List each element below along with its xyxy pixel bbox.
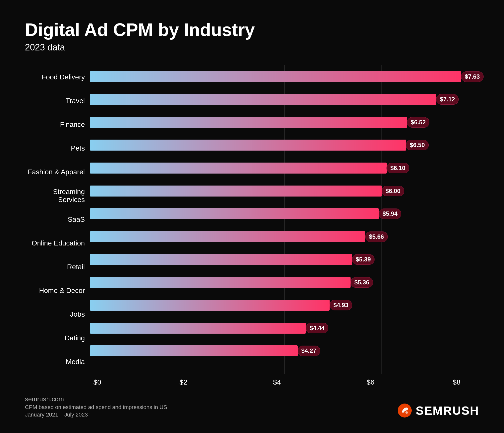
bar-wrapper: $5.66 (90, 231, 365, 242)
bar-wrapper: $7.12 (90, 94, 436, 105)
bar (90, 231, 365, 242)
y-label: Travel (25, 93, 85, 108)
bar (90, 163, 387, 174)
bar-value-label: $5.66 (365, 231, 388, 242)
bar-wrapper: $7.63 (90, 71, 461, 82)
bar-row: $6.10 (90, 161, 479, 175)
bar-value-label: $7.12 (436, 94, 459, 105)
bar (90, 140, 406, 151)
y-label: Dating (25, 331, 85, 346)
bars-section: Food DeliveryTravelFinancePetsFashion & … (25, 65, 479, 386)
bar-row: $7.12 (90, 92, 479, 107)
bar-row: $6.50 (90, 138, 479, 152)
bar-wrapper: $6.50 (90, 140, 406, 151)
bar-row: $5.36 (90, 275, 479, 290)
y-label: SaaS (25, 212, 85, 227)
bar-row: $5.94 (90, 207, 479, 221)
semrush-icon (397, 403, 412, 418)
bar-row: $4.44 (90, 321, 479, 335)
bar-value-label: $6.00 (382, 186, 404, 196)
semrush-logo: SEMRUSH (397, 403, 479, 418)
bar-wrapper: $4.93 (90, 300, 330, 311)
y-label: Online Education (25, 236, 85, 251)
footer-note2: January 2021 – July 2023 (25, 412, 167, 418)
y-label: Food Delivery (25, 70, 85, 85)
bar-value-label: $5.94 (379, 209, 401, 219)
bar-wrapper: $5.39 (90, 254, 352, 265)
bar-value-label: $4.27 (298, 346, 320, 356)
footer: semrush.com CPM based on estimated ad sp… (25, 391, 479, 418)
bar-value-label: $4.44 (306, 323, 328, 333)
y-label: Jobs (25, 307, 85, 322)
bar (90, 277, 351, 288)
footer-left: semrush.com CPM based on estimated ad sp… (25, 391, 167, 418)
bar-wrapper: $5.36 (90, 277, 351, 288)
bar-row: $5.39 (90, 252, 479, 267)
bar-row: $5.66 (90, 229, 479, 244)
footer-website: semrush.com (25, 395, 167, 403)
bar-value-label: $6.52 (407, 117, 429, 128)
y-label: Home & Decor (25, 283, 85, 298)
bar-value-label: $4.93 (330, 300, 352, 310)
x-tick: $6 (363, 378, 378, 386)
bar-row: $4.27 (90, 344, 479, 358)
y-label: Retail (25, 259, 85, 274)
y-label: Media (25, 354, 85, 369)
y-label: Fashion & Apparel (25, 165, 85, 180)
bars-list: $7.63$7.12$6.52$6.50$6.10$6.00$5.94$5.66… (90, 65, 479, 375)
semrush-text: SEMRUSH (416, 404, 479, 418)
x-tick: $0 (90, 378, 105, 386)
bar (90, 94, 436, 105)
x-tick: $4 (269, 378, 284, 386)
bar (90, 208, 379, 219)
bar-wrapper: $4.44 (90, 323, 306, 334)
bar-wrapper: $6.52 (90, 117, 407, 128)
chart-area: Food DeliveryTravelFinancePetsFashion & … (25, 65, 479, 386)
bar-wrapper: $5.94 (90, 208, 379, 219)
bars-container: $7.63$7.12$6.52$6.50$6.10$6.00$5.94$5.66… (90, 65, 479, 386)
y-labels: Food DeliveryTravelFinancePetsFashion & … (25, 65, 90, 386)
x-tick: $8 (449, 378, 464, 386)
svg-point-1 (405, 411, 408, 414)
y-label: Streaming Services (25, 188, 85, 203)
footer-note1: CPM based on estimated ad spend and impr… (25, 404, 167, 411)
bar-value-label: $5.36 (351, 277, 373, 288)
bar-wrapper: $4.27 (90, 345, 298, 356)
bar-row: $6.52 (90, 115, 479, 130)
bar (90, 117, 407, 128)
bar (90, 186, 382, 197)
bar-row: $4.93 (90, 298, 479, 312)
bar-row: $6.00 (90, 184, 479, 198)
bar (90, 254, 352, 265)
y-label: Pets (25, 141, 85, 156)
x-tick: $2 (176, 378, 191, 386)
bar-wrapper: $6.00 (90, 186, 382, 197)
bar-row: $7.63 (90, 69, 479, 84)
bar (90, 71, 461, 82)
bar (90, 300, 330, 311)
page-subtitle: 2023 data (25, 42, 479, 53)
bar-value-label: $6.50 (406, 140, 428, 150)
x-axis: $0$2$4$6$8 (90, 375, 479, 386)
bar-value-label: $7.63 (461, 71, 484, 82)
bar-wrapper: $6.10 (90, 163, 387, 174)
y-label: Finance (25, 117, 85, 132)
page-container: Digital Ad CPM by Industry 2023 data Foo… (0, 0, 504, 433)
bar (90, 345, 298, 356)
bar-value-label: $5.39 (352, 254, 375, 265)
bar (90, 323, 306, 334)
page-title: Digital Ad CPM by Industry (25, 20, 479, 40)
bar-value-label: $6.10 (386, 163, 409, 173)
